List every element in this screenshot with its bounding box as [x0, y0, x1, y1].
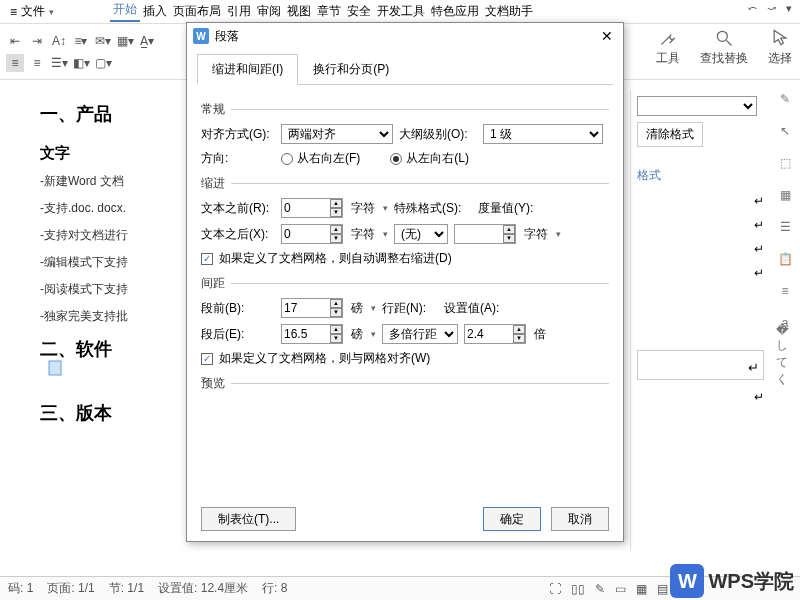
indent-left-icon[interactable]: ⇤ [6, 32, 24, 50]
spinner[interactable]: ▲▼ [503, 225, 515, 243]
return-icon: ↵ [637, 266, 764, 280]
web-view-icon[interactable]: ▤ [657, 582, 668, 596]
section-general: 常规 [201, 101, 225, 118]
section-preview: 预览 [201, 375, 225, 392]
label-set-value: 设置值(A): [444, 300, 504, 317]
tools-button[interactable]: 工具 [656, 28, 680, 67]
return-icon: ↵ [637, 242, 764, 256]
tab-dev[interactable]: 开发工具 [374, 1, 428, 22]
outline-select[interactable]: 1 级 [483, 124, 603, 144]
label-measure: 度量值(Y): [478, 200, 538, 217]
unit-pt: 磅 [351, 300, 363, 317]
ok-button[interactable]: 确定 [483, 507, 541, 531]
grid-icon[interactable]: ▦ [776, 186, 794, 204]
fullscreen-icon[interactable]: ⛶ [549, 582, 561, 596]
styles-panel: 清除格式 格式 ↵ ↵ ↵ ↵ ↵ ↵ [630, 90, 770, 550]
close-button[interactable]: ✕ [597, 26, 617, 46]
indent-right-icon[interactable]: ⇥ [28, 32, 46, 50]
redo-icon[interactable]: ⤻ [767, 2, 776, 15]
clear-format-button[interactable]: 清除格式 [637, 122, 703, 147]
edit-icon[interactable]: ✎ [595, 582, 605, 596]
spinner[interactable]: ▲▼ [330, 199, 342, 217]
svg-point-0 [717, 31, 727, 41]
spinner[interactable]: ▲▼ [513, 325, 525, 343]
special-select[interactable]: (无) [394, 224, 448, 244]
tab-line-page-break[interactable]: 换行和分页(P) [298, 54, 404, 85]
line-spacing-icon[interactable]: ≡▾ [72, 32, 90, 50]
tab-layout[interactable]: 页面布局 [170, 1, 224, 22]
unit-char: 字符 [524, 226, 548, 243]
tab-review[interactable]: 审阅 [254, 1, 284, 22]
section-spacing: 间距 [201, 275, 225, 292]
align-select[interactable]: 两端对齐 [281, 124, 393, 144]
table-icon[interactable]: ▦▾ [116, 32, 134, 50]
text-icon[interactable]: A̲▾ [138, 32, 156, 50]
label-direction: 方向: [201, 150, 275, 167]
select-button[interactable]: 选择 [768, 28, 792, 67]
wps-logo: W WPS学院 [670, 564, 794, 598]
chart-icon[interactable]: ≡ [776, 282, 794, 300]
checkbox-grid-indent[interactable]: ✓如果定义了文档网格，则自动调整右缩进(D) [201, 250, 609, 267]
envelope-icon[interactable]: ✉▾ [94, 32, 112, 50]
align-center-icon[interactable]: ≡ [28, 54, 46, 72]
page-icon[interactable]: ▭ [615, 582, 626, 596]
status-pagenum[interactable]: 码: 1 [8, 580, 33, 597]
format-link[interactable]: 格式 [637, 167, 764, 184]
cancel-button[interactable]: 取消 [551, 507, 609, 531]
status-section[interactable]: 节: 1/1 [109, 580, 144, 597]
undo-icon[interactable]: ⤺ [748, 2, 757, 15]
svg-rect-1 [49, 361, 61, 375]
tab-indent-spacing[interactable]: 缩进和间距(I) [197, 54, 298, 85]
border-icon[interactable]: ▢▾ [94, 54, 112, 72]
label-before-para: 段前(B): [201, 300, 275, 317]
align-left-icon[interactable]: ≡ [6, 54, 24, 72]
checkbox-grid-align[interactable]: ✓如果定义了文档网格，则与网格对齐(W) [201, 350, 609, 367]
tab-helper[interactable]: 文档助手 [482, 1, 536, 22]
ribbon-tabs: 开始 插入 页面布局 引用 审阅 视图 章节 安全 开发工具 特色应用 文档助手 [0, 4, 536, 22]
label-after-para: 段后(E): [201, 326, 275, 343]
spinner[interactable]: ▲▼ [330, 299, 342, 317]
tabs-button[interactable]: 制表位(T)... [201, 507, 296, 531]
clipboard-icon[interactable]: 📋 [776, 250, 794, 268]
tab-security[interactable]: 安全 [344, 1, 374, 22]
return-icon: ↵ [637, 218, 764, 232]
paragraph-dialog: W 段落 ✕ 缩进和间距(I) 换行和分页(P) 常规 对齐方式(G): 两端对… [186, 22, 624, 542]
unit-char: 字符 [351, 226, 375, 243]
status-row: 行: 8 [262, 580, 287, 597]
grid-view-icon[interactable]: ▦ [636, 582, 647, 596]
cursor-icon[interactable]: ↖ [776, 122, 794, 140]
label-before-text: 文本之前(R): [201, 200, 275, 217]
spinner[interactable]: ▲▼ [330, 225, 342, 243]
list-icon[interactable]: ☰▾ [50, 54, 68, 72]
fill-icon[interactable]: ◧▾ [72, 54, 90, 72]
style-select[interactable] [637, 96, 757, 116]
spinner[interactable]: ▲▼ [330, 325, 342, 343]
section-indent: 缩进 [201, 175, 225, 192]
chevron-down-icon[interactable]: ▾ [786, 2, 792, 15]
select-icon[interactable]: ⬚ [776, 154, 794, 172]
tab-reference[interactable]: 引用 [224, 1, 254, 22]
radio-ltr[interactable]: 从左向右(L) [390, 150, 469, 167]
layers-icon[interactable]: ☰ [776, 218, 794, 236]
tab-insert[interactable]: 插入 [140, 1, 170, 22]
label-special: 特殊格式(S): [394, 200, 472, 217]
tab-view[interactable]: 视图 [284, 1, 314, 22]
book-icon[interactable]: ▯▯ [571, 582, 585, 596]
circle-icon[interactable]: �してく [776, 346, 794, 364]
tab-special[interactable]: 特色应用 [428, 1, 482, 22]
style-preview-box: ↵ [637, 350, 764, 380]
font-size-icon[interactable]: A↕ [50, 32, 68, 50]
find-replace-button[interactable]: 查找替换 [700, 28, 748, 67]
pencil-icon[interactable]: ✎ [776, 90, 794, 108]
unit-char: 字符 [351, 200, 375, 217]
dialog-title: 段落 [215, 28, 239, 45]
line-spacing-select[interactable]: 多倍行距 [382, 324, 458, 344]
tab-start[interactable]: 开始 [110, 0, 140, 22]
radio-rtl[interactable]: 从右向左(F) [281, 150, 360, 167]
tab-section[interactable]: 章节 [314, 1, 344, 22]
label-line-spacing: 行距(N): [382, 300, 438, 317]
page-thumb-icon [48, 360, 62, 379]
status-page[interactable]: 页面: 1/1 [47, 580, 94, 597]
return-icon: ↵ [637, 194, 764, 208]
label-outline: 大纲级别(O): [399, 126, 477, 143]
